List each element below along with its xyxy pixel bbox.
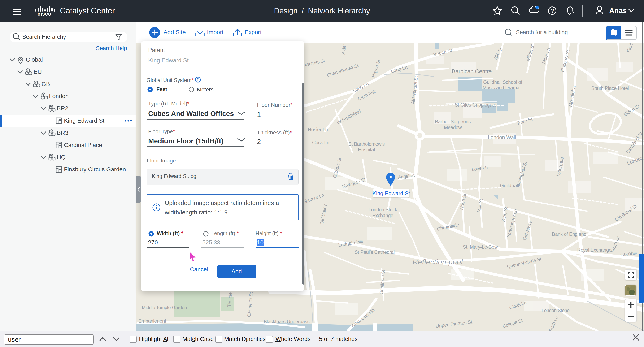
svg-text:St. Mary-Le-Bow: St. Mary-Le-Bow — [463, 244, 498, 250]
svg-text:Embankment: Embankment — [138, 318, 166, 324]
svg-text:Meadow: Meadow — [444, 125, 462, 130]
svg-text:Middle Temple Garden: Middle Temple Garden — [142, 305, 187, 310]
svg-text:Bank of England: Bank of England — [552, 232, 586, 237]
svg-text:London Wall: London Wall — [488, 134, 516, 140]
svg-text:St Paul’s Cathedral: St Paul’s Cathedral — [355, 250, 395, 255]
svg-text:Alder: Alder — [341, 44, 347, 55]
svg-text:Hosier Ln: Hosier Ln — [308, 127, 328, 132]
svg-text:St Bartholomew’s: St Bartholomew’s — [348, 141, 385, 147]
svg-text:Blackfriars Underpass: Blackfriars Underpass — [264, 319, 310, 324]
svg-text:Reflection pool: Reflection pool — [412, 258, 463, 266]
svg-text:London Stone: London Stone — [542, 308, 569, 313]
svg-text:Guildhall: Guildhall — [500, 182, 519, 188]
svg-text:Exchange: Exchange — [372, 213, 393, 218]
svg-text:South Place Hotel: South Place Hotel — [591, 86, 629, 91]
svg-text:Cock Ln: Cock Ln — [312, 140, 329, 145]
svg-text:London Stock: London Stock — [368, 207, 397, 212]
svg-text:Guildhall School of: Guildhall School of — [483, 80, 522, 85]
svg-text:Barber-Surgeons: Barber-Surgeons — [435, 119, 471, 124]
svg-text:Royal Exchange: Royal Exchange — [577, 247, 611, 253]
svg-text:Barbican Centre: Barbican Centre — [452, 68, 492, 75]
svg-text:Music and Drama: Music and Drama — [482, 85, 520, 90]
svg-text:King Edward St: King Edward St — [372, 190, 410, 196]
svg-text:St Giles Cripplegate: St Giles Cripplegate — [455, 102, 496, 108]
svg-text:Hospital: Hospital — [358, 147, 375, 152]
